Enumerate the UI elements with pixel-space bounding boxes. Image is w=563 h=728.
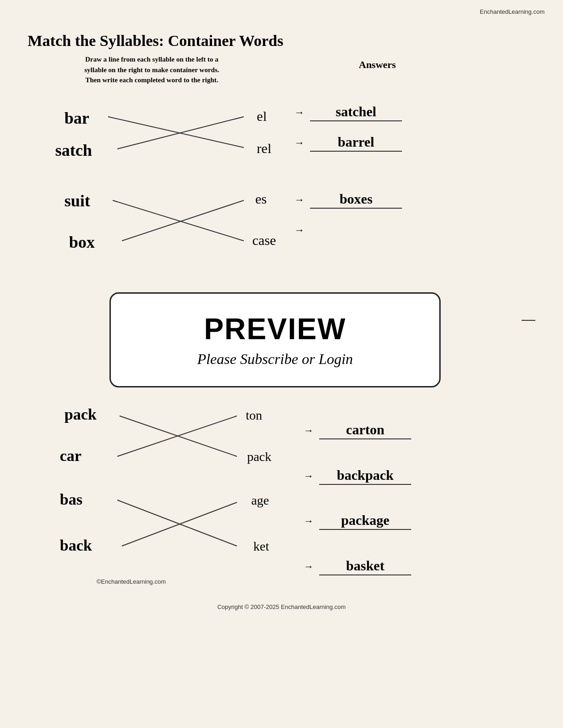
group3-left-4: back <box>60 537 92 554</box>
group3-answer-word-3: package <box>319 512 411 530</box>
group2-right-syl-2: case <box>252 233 276 248</box>
group3-answer-1: → carton <box>304 422 535 439</box>
group2-answer-1: → boxes <box>294 191 535 209</box>
group3-right-4: ket <box>253 539 269 554</box>
copyright: Copyright © 2007-2025 EnchantedLearning.… <box>28 603 535 610</box>
group3-match-area: pack car bas back ton pack age ket ©Ench… <box>28 406 294 590</box>
group2: suit box es case → boxes → suitcase <box>28 187 535 269</box>
group1-answers: → satchel → barrel <box>294 99 535 173</box>
group3-answer-4: → basket <box>304 558 535 575</box>
group1-left-word-1: bar <box>64 108 89 128</box>
group1-answer-1: → satchel <box>294 104 535 121</box>
svg-line-1 <box>117 117 244 149</box>
group2-left-word-1: suit <box>64 191 90 210</box>
svg-line-6 <box>117 500 237 546</box>
group1-answer-2: → barrel <box>294 134 535 152</box>
group2-left-word-2: box <box>69 233 95 252</box>
group3-answer-word-2: backpack <box>319 467 411 485</box>
group3-right-3: age <box>251 493 269 508</box>
group1-answer-word-1: satchel <box>310 104 402 121</box>
group2-right-syl-1: es <box>255 191 267 207</box>
answers-header: Answers <box>359 59 396 70</box>
svg-line-7 <box>122 502 237 546</box>
group3-answer-word-1: carton <box>319 422 411 439</box>
site-url: EnchantedLearning.com <box>480 8 545 15</box>
group3-left-2: car <box>60 447 81 465</box>
group1-answer-word-2: barrel <box>310 134 402 152</box>
group1-right-syl-2: rel <box>257 141 271 156</box>
group1: bar satch el rel → satchel → barrel <box>28 99 535 173</box>
svg-line-4 <box>120 416 237 456</box>
group2-answer-word-1: boxes <box>310 191 402 209</box>
group3-left-3: bas <box>60 491 82 508</box>
page-title: Match the Syllables: Container Words <box>28 32 535 50</box>
svg-line-2 <box>113 200 244 241</box>
instructions: Draw a line from each syllable on the le… <box>37 54 267 85</box>
group3-right-1: ton <box>246 408 262 423</box>
group2-match-area: suit box es case <box>28 187 294 269</box>
group3-left-1: pack <box>64 406 97 423</box>
group3-answer-word-4: basket <box>319 558 411 575</box>
watermark: ©EnchantedLearning.com <box>97 578 166 585</box>
group3-answer-3: → package <box>304 512 535 530</box>
group3: pack car bas back ton pack age ket ©Ench… <box>28 406 535 590</box>
group1-match-area: bar satch el rel <box>28 99 294 173</box>
group2-answers: → boxes → suitcase <box>294 187 535 269</box>
group3-answer-2: → backpack <box>304 467 535 485</box>
group1-right-syl-1: el <box>257 108 267 124</box>
svg-line-0 <box>108 117 244 148</box>
preview-subtitle: Please Subscribe or Login <box>125 351 425 368</box>
group3-answers: → carton → backpack → package → basket <box>294 406 535 590</box>
group1-left-word-2: satch <box>55 141 92 160</box>
svg-line-5 <box>117 416 237 456</box>
preview-box: PREVIEW Please Subscribe or Login <box>109 292 441 387</box>
group2-answer-2: → suitcase <box>294 222 535 239</box>
svg-line-3 <box>122 200 244 241</box>
preview-title: PREVIEW <box>125 312 425 346</box>
group3-right-2: pack <box>247 449 271 464</box>
